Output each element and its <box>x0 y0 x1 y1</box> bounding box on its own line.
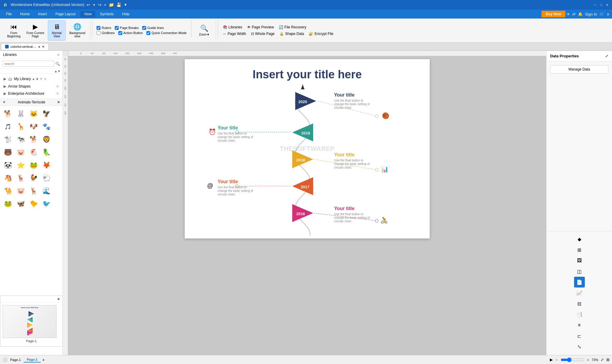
manage-data-button[interactable]: Manage Data <box>550 65 608 74</box>
rt-chart-btn[interactable]: 📈 <box>574 287 585 298</box>
zoom-slider[interactable] <box>561 357 585 362</box>
whole-page-button[interactable]: ⊡ Whole Page <box>249 31 276 37</box>
bell-icon[interactable]: 🔔 <box>578 12 583 16</box>
library-item-arrow-shapes[interactable]: ▶ Arrow Shapes ✕ <box>2 83 60 90</box>
canvas-scroll-area[interactable]: Insert your title here THESOFTWAREР 2020… <box>68 56 546 364</box>
menu-view[interactable]: View <box>80 11 95 17</box>
animal-lion[interactable]: 🦁 <box>40 134 52 146</box>
more-btn[interactable]: ▼ <box>124 3 127 7</box>
menu-page-layout[interactable]: Page Layout <box>52 11 79 17</box>
rulers-checkbox[interactable] <box>97 26 100 30</box>
animal-rooster[interactable]: 🐓 <box>27 172 39 184</box>
animal-butterfly[interactable]: 🦋 <box>15 198 27 210</box>
share-icon[interactable]: ✈ <box>567 12 570 16</box>
timeline-svg[interactable]: 2020 2019 2018 2017 2016 <box>185 83 430 256</box>
rt-table-btn[interactable]: ⊟ <box>574 298 585 309</box>
rt-properties-btn[interactable]: ◆ <box>574 234 585 244</box>
animal-chick[interactable]: 🐤 <box>27 198 39 210</box>
maximize-btn[interactable]: □ <box>599 2 604 7</box>
menu-insert[interactable]: Insert <box>34 11 51 17</box>
gridlines-checkbox-label[interactable]: Gridlines <box>95 31 116 35</box>
gridlines-checkbox[interactable] <box>97 31 100 35</box>
library-item-enterprise[interactable]: ▶ Enterprise Architecture ✕ <box>2 90 60 97</box>
open-btn[interactable]: 📁 <box>109 2 114 7</box>
animal-dog3[interactable]: 🐕 <box>27 134 39 146</box>
rt-org-btn[interactable]: ⊏ <box>574 331 585 341</box>
user-icon[interactable]: ∧ <box>607 12 610 16</box>
page-breaks-checkbox-label[interactable]: Page Breaks <box>114 26 140 30</box>
menu-symbols[interactable]: Symbols <box>97 11 117 17</box>
page-breaks-checkbox[interactable] <box>115 26 119 30</box>
animal-fox[interactable]: 🦊 <box>40 159 52 171</box>
animal-panda[interactable]: 🐼 <box>2 159 14 171</box>
undo-btn[interactable]: ↩ <box>87 2 90 7</box>
redo-btn[interactable]: ↪ <box>98 2 102 7</box>
menu-help[interactable]: Help <box>119 11 133 17</box>
scroll-up-btn[interactable]: ▲ <box>54 69 57 73</box>
sidebar-collapse-btn[interactable]: « <box>57 53 59 57</box>
guide-lines-checkbox-label[interactable]: Guide lines <box>141 26 165 30</box>
animal-music[interactable]: 🎵 <box>2 121 14 133</box>
canvas-page[interactable]: Insert your title here THESOFTWAREР 2020… <box>185 59 430 238</box>
zoom-minus-btn[interactable]: ─ <box>555 357 558 362</box>
animal-deer[interactable]: 🦌 <box>15 172 27 184</box>
rt-resize-btn[interactable]: ⤡ <box>574 341 585 352</box>
tab-x[interactable]: ✕ <box>42 45 45 49</box>
expand-icon[interactable]: ⤢ <box>605 54 608 58</box>
save-btn[interactable]: 💾 <box>116 2 121 7</box>
action-button-checkbox[interactable] <box>118 31 122 35</box>
doc-tab[interactable]: colorful-vertical-... ● ✕ <box>1 43 48 50</box>
animal-star[interactable]: ⭐ <box>15 159 27 171</box>
rt-grid-btn[interactable]: ⊞ <box>574 244 585 255</box>
animal-frog1[interactable]: 🐸 <box>27 159 39 171</box>
arrow-shapes-close[interactable]: ✕ <box>56 85 59 88</box>
animal-dog1[interactable]: 🐕 <box>2 108 14 120</box>
file-recovery-button[interactable]: 🔄 File Recovery <box>277 24 308 30</box>
page-icon[interactable]: ⬜ <box>2 357 7 362</box>
new-btn[interactable]: + <box>104 2 106 7</box>
thumbnail-preview[interactable]: Insert your title here 2020 2019 2018 20… <box>3 305 56 338</box>
rt-document-btn[interactable]: 📄 <box>574 277 585 287</box>
search-icon[interactable]: 🔍 <box>55 62 60 66</box>
quick-connection-checkbox-label[interactable]: Quick Connection Mode <box>145 31 188 35</box>
zoom-level-display[interactable]: 73% <box>592 358 598 362</box>
minimize-btn[interactable]: ─ <box>593 2 598 7</box>
animal-cat[interactable]: 🐱 <box>27 108 39 120</box>
animal-pig[interactable]: 🐷 <box>15 146 27 158</box>
collaborate-icon[interactable]: ⇄ <box>572 12 576 16</box>
shape-data-button[interactable]: 🔒 Shape Data <box>278 31 306 37</box>
background-view-button[interactable]: 🌐 Backgroundview <box>67 20 88 41</box>
cart-icon[interactable]: 🛒 <box>599 12 604 16</box>
normal-view-button[interactable]: 🖥 NormalView <box>48 20 66 41</box>
libraries-button[interactable]: 📚 Libraries <box>221 24 244 30</box>
animal-bird1[interactable]: 🦅 <box>40 108 52 120</box>
page-preview-button[interactable]: 👁 Page Preview <box>245 24 276 30</box>
thumbnail-close-btn[interactable]: ✕ <box>57 297 60 301</box>
animal-polar-bear[interactable]: 🐻 <box>2 146 14 158</box>
animal-chicken[interactable]: 🐔 <box>27 146 39 158</box>
animal-rabbit[interactable]: 🐰 <box>15 108 27 120</box>
close-btn[interactable]: ✕ <box>605 2 610 7</box>
undo-dropdown[interactable]: ▼ <box>93 3 96 7</box>
animal-horse[interactable]: 🐴 <box>2 172 14 184</box>
animal-sheep[interactable]: 🐑 <box>40 172 52 184</box>
animal-frog2[interactable]: 🐸 <box>2 198 14 210</box>
menu-home[interactable]: Home <box>16 11 33 17</box>
from-beginning-button[interactable]: ⏮ FromBeginning <box>5 20 23 41</box>
animal-parrot[interactable]: 🦜 <box>40 146 52 158</box>
animal-wave[interactable]: 🌊 <box>40 185 52 197</box>
grid-btn[interactable]: ⊞ <box>606 357 610 362</box>
zoom-button[interactable]: 🔍 Zoom▼ <box>195 20 213 41</box>
rt-pages-btn[interactable]: 📑 <box>574 309 585 320</box>
fit-btn[interactable]: ⤢ <box>601 357 604 362</box>
tab-close[interactable]: ● <box>38 45 40 48</box>
menu-file[interactable]: File <box>2 11 15 17</box>
animal-bird2[interactable]: 🐦 <box>40 198 52 210</box>
animal-poodle[interactable]: 🐩 <box>2 134 14 146</box>
guide-lines-checkbox[interactable] <box>142 26 146 30</box>
my-library-settings[interactable]: ≡ <box>36 77 38 81</box>
enterprise-close[interactable]: ✕ <box>56 92 59 96</box>
add-page-btn[interactable]: + <box>41 357 47 362</box>
page-name-tab[interactable]: Page-1 <box>7 357 24 362</box>
library-item-mylibrary[interactable]: ▶ 🗂 My Library ● ≡ + ✕ <box>2 75 60 83</box>
